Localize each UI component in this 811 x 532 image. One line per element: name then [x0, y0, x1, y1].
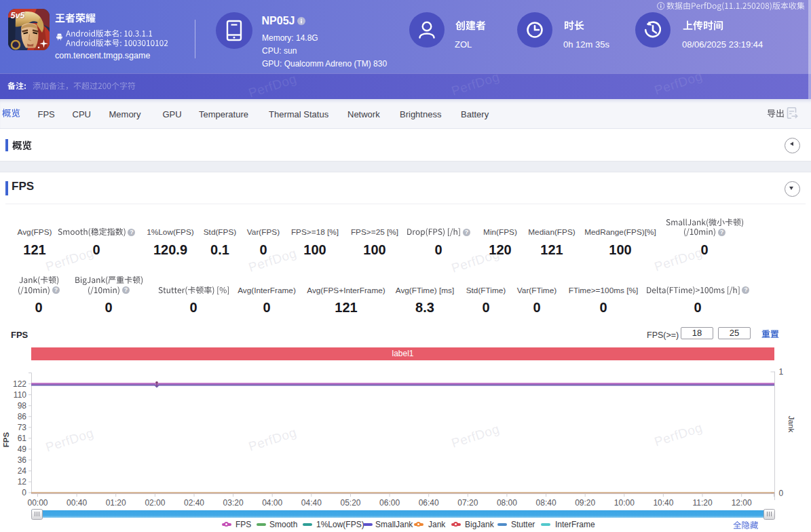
svg-text:122: 122 — [13, 379, 26, 389]
svg-text:02:40: 02:40 — [184, 498, 204, 508]
svg-text:05:20: 05:20 — [340, 498, 360, 508]
svg-text:12: 12 — [18, 477, 27, 487]
svg-text:98: 98 — [18, 401, 27, 411]
svg-text:Jank: Jank — [787, 416, 795, 433]
svg-text:12:00: 12:00 — [732, 498, 752, 508]
svg-text:04:40: 04:40 — [301, 498, 322, 508]
svg-text:0: 0 — [779, 489, 784, 498]
svg-text:73: 73 — [18, 423, 27, 432]
svg-text:08:40: 08:40 — [536, 498, 557, 508]
svg-text:07:20: 07:20 — [457, 498, 478, 508]
svg-text:FPS: FPS — [2, 432, 10, 447]
svg-text:5v5: 5v5 — [11, 11, 26, 20]
svg-text:04:00: 04:00 — [262, 498, 282, 508]
svg-text:10:00: 10:00 — [614, 498, 635, 508]
svg-text:1: 1 — [779, 367, 784, 377]
svg-text:03:20: 03:20 — [223, 498, 244, 508]
svg-text:00:40: 00:40 — [67, 498, 87, 508]
svg-text:06:40: 06:40 — [419, 498, 439, 508]
svg-text:24: 24 — [18, 466, 27, 476]
svg-text:86: 86 — [18, 412, 27, 421]
svg-text:02:00: 02:00 — [145, 498, 165, 508]
svg-text:110: 110 — [14, 390, 26, 400]
svg-text:11:20: 11:20 — [692, 498, 712, 508]
svg-text:0: 0 — [22, 488, 26, 497]
svg-text:10:40: 10:40 — [653, 498, 673, 508]
svg-text:08:00: 08:00 — [497, 498, 517, 508]
svg-text:61: 61 — [18, 434, 27, 443]
svg-text:09:20: 09:20 — [575, 498, 595, 508]
svg-text:49: 49 — [18, 444, 27, 454]
svg-text:36: 36 — [18, 455, 27, 465]
svg-text:06:00: 06:00 — [379, 498, 400, 508]
svg-text:01:20: 01:20 — [106, 498, 126, 508]
svg-text:00:00: 00:00 — [27, 498, 48, 508]
